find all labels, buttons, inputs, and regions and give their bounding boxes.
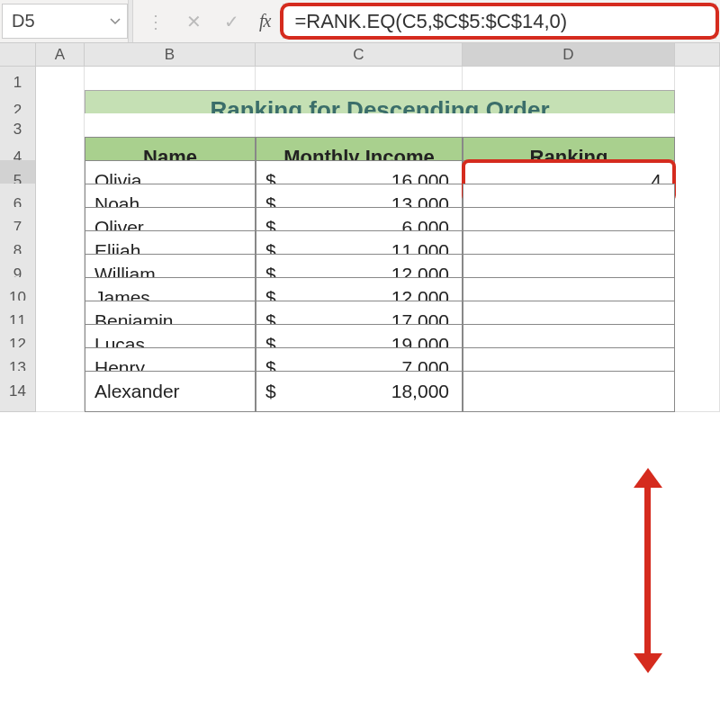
formula-input[interactable]: =RANK.EQ(C5,$C$5:$C$14,0) [283,4,716,39]
arrow-down-icon [634,653,662,673]
chevron-down-icon[interactable] [107,4,123,38]
arrow-line [644,482,651,659]
worksheet-grid[interactable]: A B C D 1 2 Ranking for Descending Order… [0,43,720,394]
cell[interactable] [675,371,720,412]
cancel-icon[interactable]: ✕ [184,12,203,31]
formula-bar: D5 ⋮ ✕ ✓ fx =RANK.EQ(C5,$C$5:$C$14,0) [0,0,720,43]
row-header-14[interactable]: 14 [0,371,36,412]
table-row[interactable] [463,371,675,412]
name-box[interactable]: D5 [2,4,128,39]
col-header-B[interactable]: B [85,43,256,67]
separator-dots-icon: ⋮ [146,12,166,31]
formula-text: =RANK.EQ(C5,$C$5:$C$14,0) [294,10,567,33]
fx-icon[interactable]: fx [259,11,270,31]
cell-value: 18,000 [392,381,449,402]
name-box-value: D5 [12,11,35,31]
currency-symbol: $ [266,381,276,402]
cell-value: Alexander [94,381,180,402]
table-row[interactable]: Alexander [85,371,256,412]
col-header-D[interactable]: D [463,43,675,67]
select-all-corner[interactable] [0,43,36,67]
arrow-up-icon [634,468,662,488]
formula-controls: ⋮ ✕ ✓ fx [133,0,283,42]
table-row[interactable]: $18,000 [256,371,463,412]
confirm-icon[interactable]: ✓ [221,12,241,31]
col-header-empty[interactable] [675,43,720,67]
cell[interactable] [36,371,85,412]
col-header-C[interactable]: C [256,43,463,67]
col-header-A[interactable]: A [36,43,85,67]
